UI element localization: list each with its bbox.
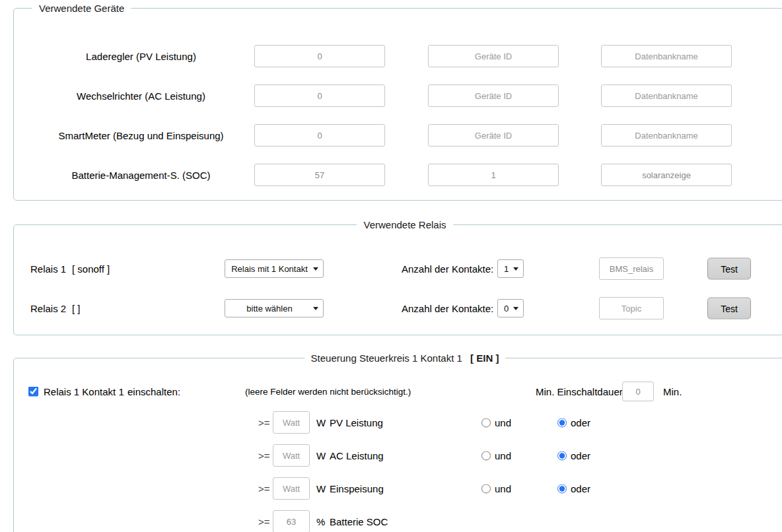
- condition-unit: W: [316, 483, 326, 494]
- devices-section: Verwendete Geräte Laderegler (PV Leistun…: [13, 3, 782, 201]
- condition-unit: %: [316, 516, 325, 527]
- device-row-bms: Batterie-Management-S. (SOC): [14, 155, 782, 195]
- condition-operator: >=: [258, 450, 270, 461]
- condition-unit: W: [316, 450, 326, 461]
- contacts-count-select[interactable]: 0: [497, 299, 524, 317]
- enable-action-label: einschalten:: [127, 386, 180, 397]
- device-value-input[interactable]: [254, 45, 385, 67]
- oder-radio-label: oder: [571, 417, 590, 428]
- min-on-duration-label: Min. Einschaltdauer: [536, 386, 623, 397]
- oder-radio[interactable]: [557, 418, 567, 427]
- condition-label: PV Leistung: [330, 417, 383, 428]
- und-radio-label: und: [495, 417, 511, 428]
- empty-fields-note: (leere Felder werden nicht berücksichtig…: [245, 387, 411, 397]
- und-radio[interactable]: [481, 418, 491, 427]
- und-radio-label: und: [495, 483, 511, 494]
- device-row-wechselrichter: Wechselrichter (AC Leistung): [14, 76, 782, 116]
- device-db-input[interactable]: [601, 45, 732, 67]
- radio-option-und[interactable]: und: [481, 483, 511, 494]
- radio-option-oder[interactable]: oder: [557, 450, 590, 461]
- control-header-row: Relais 1 Kontakt 1 einschalten: (leere F…: [14, 377, 782, 406]
- condition-value-input[interactable]: [273, 444, 310, 467]
- device-value-input[interactable]: [254, 164, 385, 186]
- control-state-badge: [ EIN ]: [470, 352, 499, 364]
- condition-value-input[interactable]: [273, 477, 310, 500]
- device-db-input[interactable]: [601, 84, 732, 107]
- relay-name: Relais 1: [30, 263, 66, 275]
- und-radio[interactable]: [481, 484, 491, 493]
- contacts-count-label: Anzahl der Kontakte:: [402, 263, 493, 275]
- relays-legend: Verwendete Relais: [357, 219, 452, 230]
- device-value-input[interactable]: [254, 84, 385, 107]
- device-row-smartmeter: SmartMeter (Bezug und Einspeisung): [14, 116, 782, 155]
- device-label: Laderegler (PV Leistung): [14, 51, 268, 62]
- device-id-input[interactable]: [428, 124, 559, 147]
- enable-checkbox-label: Relais 1 Kontakt 1: [44, 386, 124, 397]
- relay-assigned-label: [ sonoff ]: [72, 263, 110, 275]
- radio-option-und[interactable]: und: [481, 450, 511, 461]
- relay-row-1: Relais 1 [ sonoff ] Relais mit 1 Kontakt…: [14, 249, 782, 288]
- relay-row-2: Relais 2 [ ] bitte wählen Anzahl der Kon…: [14, 288, 782, 328]
- oder-radio-label: oder: [571, 450, 590, 461]
- device-db-input[interactable]: [601, 164, 732, 186]
- condition-label: Einspeisung: [330, 483, 384, 494]
- oder-radio[interactable]: [557, 484, 567, 493]
- relay-type-select[interactable]: bitte wählen: [225, 299, 324, 317]
- relay-type-selected-value: bitte wählen: [246, 304, 292, 314]
- test-button[interactable]: Test: [707, 298, 751, 319]
- chevron-down-icon: [513, 267, 518, 271]
- topic-input[interactable]: [599, 297, 664, 319]
- relays-section: Verwendete Relais Relais 1 [ sonoff ] Re…: [13, 219, 782, 335]
- device-label: Batterie-Management-S. (SOC): [14, 170, 268, 181]
- condition-operator: >=: [258, 483, 270, 494]
- radio-option-und[interactable]: und: [481, 417, 511, 428]
- relay-name: Relais 2: [30, 303, 66, 314]
- chevron-down-icon: [313, 267, 318, 271]
- oder-radio[interactable]: [557, 451, 567, 460]
- device-value-input[interactable]: [254, 124, 385, 147]
- relay-type-selected-value: Relais mit 1 Kontakt: [231, 264, 308, 274]
- chevron-down-icon: [513, 307, 518, 310]
- min-on-duration-unit: Min.: [663, 386, 682, 397]
- device-id-input[interactable]: [428, 45, 559, 67]
- und-radio-label: und: [495, 450, 511, 461]
- control-section: Steuerung Steuerkreis 1 Kontakt 1 [ EIN …: [13, 352, 782, 532]
- radio-option-oder[interactable]: oder: [557, 417, 590, 428]
- radio-option-oder[interactable]: oder: [557, 483, 590, 494]
- condition-row-einspeisung: >= W Einspeisung und oder: [14, 472, 782, 505]
- test-button[interactable]: Test: [707, 258, 751, 280]
- device-id-input[interactable]: [428, 164, 559, 186]
- control-legend-title: Steuerung Steuerkreis 1 Kontakt 1: [311, 352, 462, 364]
- contacts-count-select[interactable]: 1: [497, 259, 524, 278]
- condition-label: Batterie SOC: [330, 516, 388, 527]
- condition-value-input[interactable]: [273, 411, 310, 434]
- device-db-input[interactable]: [601, 124, 732, 147]
- condition-row-ac: >= W AC Leistung und oder: [14, 439, 782, 472]
- device-label: Wechselrichter (AC Leistung): [14, 90, 268, 102]
- topic-input[interactable]: [599, 257, 664, 280]
- und-radio[interactable]: [481, 451, 491, 460]
- min-on-duration-input[interactable]: [622, 382, 654, 401]
- device-row-laderegler: Laderegler (PV Leistung): [14, 36, 782, 76]
- chevron-down-icon: [313, 307, 318, 310]
- device-id-input[interactable]: [428, 84, 559, 107]
- device-label: SmartMeter (Bezug und Einspeisung): [14, 130, 268, 141]
- control-legend: Steuerung Steuerkreis 1 Kontakt 1 [ EIN …: [304, 352, 506, 364]
- devices-legend: Verwendete Geräte: [32, 3, 131, 14]
- relay-assigned-label: [ ]: [72, 303, 81, 314]
- condition-label: AC Leistung: [330, 450, 384, 461]
- oder-radio-label: oder: [571, 483, 590, 494]
- relay-type-select[interactable]: Relais mit 1 Kontakt: [225, 259, 324, 278]
- condition-operator: >=: [258, 516, 270, 527]
- contacts-selected-value: 1: [504, 264, 509, 274]
- condition-unit: W: [316, 417, 326, 428]
- condition-row-pv: >= W PV Leistung und oder: [14, 406, 782, 439]
- contacts-count-label: Anzahl der Kontakte:: [402, 303, 493, 314]
- condition-row-soc: >= % Batterie SOC: [14, 505, 782, 532]
- condition-operator: >=: [258, 417, 270, 428]
- condition-value-input[interactable]: [273, 510, 310, 532]
- relay-contact-enable-checkbox[interactable]: [28, 387, 38, 397]
- contacts-selected-value: 0: [504, 304, 509, 314]
